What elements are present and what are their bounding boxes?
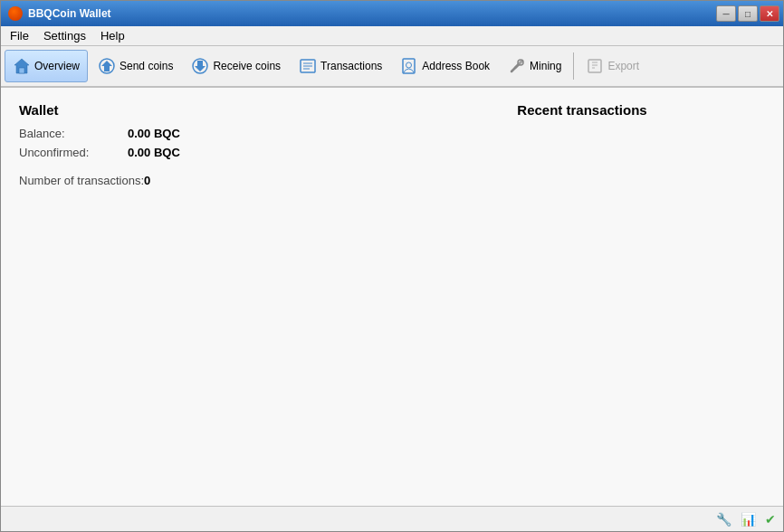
address-book-icon [400,57,418,75]
status-wrench-icon: 🔧 [716,512,731,527]
overview-label: Overview [34,60,80,72]
svg-point-11 [406,62,412,68]
svg-rect-16 [588,60,601,72]
toolbar: Overview Send coins Receive coins [1,46,783,88]
num-transactions-label: Number of transactions: [19,174,144,187]
title-controls: ─ □ ✕ [716,5,779,22]
receive-coins-icon [191,57,209,75]
balance-label: Balance: [19,127,128,140]
toolbar-mining[interactable]: Mining [500,50,569,82]
maximize-button[interactable]: □ [738,5,758,22]
menu-settings[interactable]: Settings [36,27,93,44]
svg-marker-5 [195,61,206,71]
balance-value: 0.00 BQC [128,127,180,140]
send-coins-label: Send coins [120,60,173,72]
toolbar-transactions[interactable]: Transactions [291,50,390,82]
svg-marker-3 [101,61,112,71]
app-icon [8,6,23,21]
main-panel: Wallet Balance: 0.00 BQC Unconfirmed: 0.… [1,88,783,506]
menu-help[interactable]: Help [93,27,132,44]
content-area: Wallet Balance: 0.00 BQC Unconfirmed: 0.… [1,88,783,506]
status-check-icon: ✔ [765,512,776,527]
unconfirmed-row: Unconfirmed: 0.00 BQC [19,146,385,159]
title-bar: BBQCoin Wallet ─ □ ✕ [1,1,783,26]
toolbar-address-book[interactable]: Address Book [392,50,498,82]
address-book-label: Address Book [422,60,490,72]
menu-file[interactable]: File [3,27,36,44]
toolbar-export[interactable]: Export [578,50,647,82]
send-coins-icon [98,57,116,75]
status-bar: 🔧 📊 ✔ [1,506,783,531]
recent-transactions-title: Recent transactions [399,102,765,118]
receive-coins-label: Receive coins [213,60,281,72]
menu-bar: File Settings Help [1,26,783,46]
export-icon [586,57,604,75]
export-label: Export [607,60,639,72]
minimize-button[interactable]: ─ [716,5,736,22]
mining-icon [508,57,526,75]
overview-icon [13,57,31,75]
unconfirmed-value: 0.00 BQC [128,146,180,159]
toolbar-overview[interactable]: Overview [5,50,88,82]
balance-row: Balance: 0.00 BQC [19,127,385,140]
wallet-section: Wallet Balance: 0.00 BQC Unconfirmed: 0.… [19,102,385,491]
toolbar-separator [573,52,574,80]
transactions-icon [299,57,317,75]
mining-label: Mining [530,60,561,72]
app-window: BBQCoin Wallet ─ □ ✕ File Settings Help … [0,0,784,532]
wallet-title: Wallet [19,102,385,118]
window-title: BBQCoin Wallet [28,7,111,20]
title-bar-left: BBQCoin Wallet [8,6,111,21]
svg-rect-1 [19,68,24,73]
toolbar-send-coins[interactable]: Send coins [90,50,181,82]
status-chart-icon: 📊 [741,512,756,527]
close-button[interactable]: ✕ [760,5,779,22]
transactions-label: Transactions [320,60,382,72]
transactions-section: Recent transactions [399,102,765,491]
num-transactions-row: Number of transactions: 0 [19,174,385,187]
unconfirmed-label: Unconfirmed: [19,146,128,159]
toolbar-receive-coins[interactable]: Receive coins [183,50,289,82]
num-transactions-value: 0 [144,174,150,187]
